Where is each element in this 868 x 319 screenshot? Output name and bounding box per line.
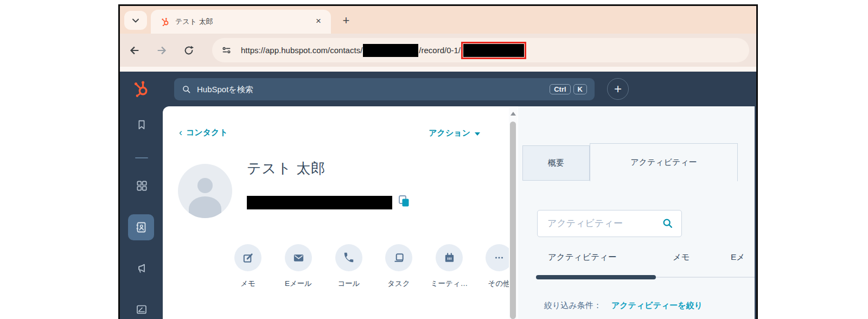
sidebar-item-crm-active[interactable] [128, 214, 154, 240]
kbd-ctrl: Ctrl [550, 84, 570, 94]
sidebar-item-bookmarks[interactable] [135, 118, 149, 132]
quick-action-label: コール [324, 279, 374, 289]
url-redaction-portal-id [363, 44, 418, 57]
ellipsis-icon [493, 252, 505, 264]
reload-button[interactable] [181, 42, 197, 59]
quick-action-note: メモ [223, 244, 273, 289]
browser-toolbar: https://app.hubspot.com/contacts//record… [120, 34, 756, 67]
actions-dropdown[interactable]: アクション [429, 128, 480, 138]
back-button[interactable] [126, 42, 143, 59]
tab-search-button[interactable] [124, 11, 147, 30]
activity-search-box[interactable] [537, 210, 682, 237]
browser-tab-strip: テスト 太郎 × + [120, 6, 756, 34]
sidebar-item-workspaces[interactable] [135, 178, 149, 193]
apps-grid-icon [136, 180, 148, 192]
subtab-email[interactable]: Eメ [731, 252, 745, 263]
quick-action-meeting: ミーティ… [424, 244, 474, 289]
subtab-active-underline [536, 275, 656, 279]
avatar-body [189, 196, 221, 218]
note-icon [242, 252, 254, 264]
quick-action-task: タスク [374, 244, 424, 289]
quick-action-email: Eメール [273, 244, 323, 289]
call-button[interactable] [335, 244, 362, 271]
kbd-k: K [573, 84, 587, 94]
screenshot-canvas: テスト 太郎 × + [0, 0, 868, 319]
vertical-scrollbar[interactable] [509, 107, 518, 319]
url-part2: /record/0-1/ [419, 46, 461, 55]
subtab-activity[interactable]: アクティビティー [548, 252, 617, 263]
meeting-calendar-icon [443, 252, 456, 264]
create-new-button[interactable]: + [607, 78, 629, 100]
filter-row: 絞り込み条件： アクティビティーを絞り [544, 301, 703, 311]
note-button[interactable] [234, 244, 261, 271]
browser-window: テスト 太郎 × + [118, 4, 758, 319]
email-icon [292, 252, 305, 264]
bookmark-icon [136, 119, 148, 131]
new-tab-button[interactable]: + [338, 12, 354, 29]
url-text: https://app.hubspot.com/contacts//record… [241, 42, 526, 59]
chevron-left-icon: ‹ [179, 127, 182, 138]
tab-activity[interactable]: アクティビティー [590, 143, 738, 181]
browser-tab[interactable]: テスト 太郎 × [151, 10, 331, 34]
sidebar-item-content[interactable] [135, 303, 149, 317]
activity-search-input[interactable] [547, 218, 662, 229]
content-icon [135, 303, 148, 316]
filter-activities-link[interactable]: アクティビティーを絞り [611, 301, 703, 310]
meeting-button[interactable] [436, 244, 463, 271]
email-redaction [247, 196, 392, 209]
quick-action-label: ミーティ… [424, 279, 474, 289]
scrollbar-thumb[interactable] [510, 122, 516, 319]
filter-label: 絞り込み条件： [544, 301, 602, 310]
url-redaction-record-id-highlight [461, 42, 526, 59]
actions-label: アクション [429, 128, 470, 138]
site-info-icon[interactable] [221, 44, 232, 56]
search-icon [182, 85, 192, 94]
sidebar-item-marketing[interactable] [135, 261, 149, 276]
activity-panel: 概要 アクティビティー アクティビティー メモ Eメ [518, 106, 755, 319]
subtab-notes[interactable]: メモ [673, 252, 690, 263]
global-search-bar[interactable]: Ctrl K [174, 78, 595, 100]
global-search-input[interactable] [197, 85, 547, 94]
email-button[interactable] [285, 244, 312, 271]
contact-record-card: ‹ コンタクト アクション テスト 太郎 [163, 106, 518, 319]
avatar-head [197, 178, 213, 193]
task-icon [393, 252, 405, 264]
hubspot-body: ‹ コンタクト アクション テスト 太郎 [120, 106, 756, 319]
quick-action-label: タスク [374, 279, 424, 289]
megaphone-icon [135, 262, 148, 275]
tab-title: テスト 太郎 [175, 17, 312, 27]
app-sidebar [120, 106, 163, 319]
hubspot-top-nav: Ctrl K + [120, 72, 756, 106]
avatar [178, 164, 232, 218]
url-part1: https://app.hubspot.com/contacts/ [241, 46, 362, 55]
address-bar[interactable]: https://app.hubspot.com/contacts//record… [212, 38, 749, 62]
quick-action-label: Eメール [273, 279, 323, 289]
contact-name: テスト 太郎 [247, 159, 326, 178]
hubspot-favicon-icon [161, 17, 170, 27]
breadcrumb[interactable]: ‹ コンタクト [179, 127, 228, 138]
task-button[interactable] [385, 244, 412, 271]
chevron-down-icon [130, 15, 141, 26]
breadcrumb-label[interactable]: コンタクト [186, 127, 228, 138]
contacts-book-icon [135, 221, 148, 234]
call-icon [343, 252, 355, 264]
toolbar-bottom-strip [120, 67, 756, 72]
search-icon[interactable] [662, 218, 674, 229]
quick-action-call: コール [324, 244, 374, 289]
forward-button[interactable] [154, 42, 170, 59]
caret-down-icon [475, 132, 480, 136]
activity-subtabs: アクティビティー メモ Eメ [518, 252, 755, 268]
tab-overview[interactable]: 概要 [522, 145, 590, 181]
sidebar-divider [135, 157, 148, 158]
copy-icon[interactable] [398, 194, 411, 208]
quick-action-label: メモ [223, 279, 273, 289]
hubspot-logo-icon[interactable] [132, 80, 150, 98]
scroll-up-arrow-icon[interactable] [510, 112, 516, 116]
tab-close-button[interactable]: × [312, 16, 324, 28]
